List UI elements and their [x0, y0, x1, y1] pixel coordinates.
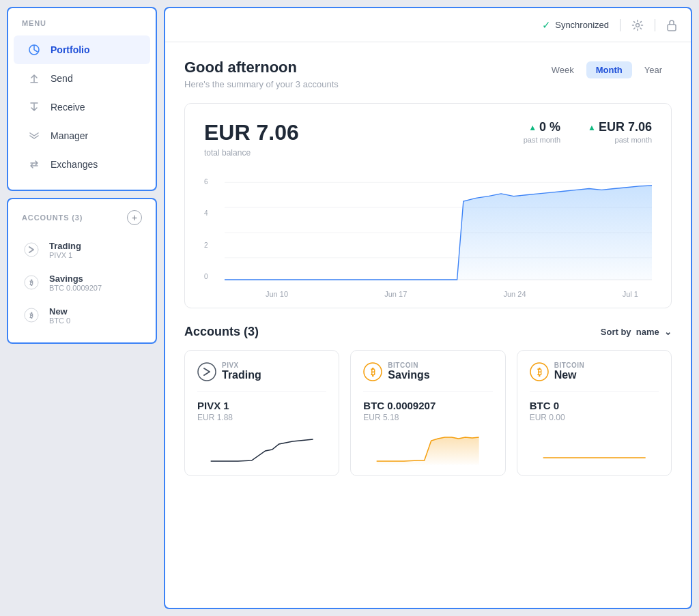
accounts-label: ACCOUNTS (3) [22, 214, 83, 222]
subtitle: Here's the summary of your 3 accounts [184, 79, 339, 89]
sync-status: ✓ Synchronized [542, 19, 609, 31]
menu-label: MENU [8, 19, 156, 35]
savings-eur: EUR 5.18 [363, 413, 492, 422]
menu-section: MENU Portfolio Send [7, 7, 157, 191]
pivx-icon [22, 240, 41, 259]
week-button[interactable]: Week [542, 61, 584, 78]
exchanges-label: Exchanges [51, 159, 98, 170]
sidebar-item-exchanges[interactable]: Exchanges [14, 150, 150, 179]
x-label-jul1: Jul 1 [623, 290, 638, 298]
new-chart [530, 430, 659, 465]
account-item-savings[interactable]: ₿ Savings BTC 0.0009207 [8, 266, 156, 299]
trading-info: Trading PIVX 1 [49, 241, 81, 259]
account-item-trading[interactable]: Trading PIVX 1 [8, 233, 156, 266]
x-label-jun24: Jun 24 [504, 290, 526, 298]
main-content: ✓ Synchronized Good afternoon Here's the… [164, 7, 692, 609]
accounts-title-row: Accounts (3) Sort by name ⌄ [184, 325, 672, 339]
divider-2 [655, 19, 655, 31]
account-cards-grid: PIVX Trading PIVX 1 EUR 1.88 [184, 350, 672, 476]
sort-by-text: Sort by [601, 327, 631, 337]
sidebar-item-send[interactable]: Send [14, 64, 150, 93]
lock-button[interactable] [666, 19, 677, 31]
sync-icon: ✓ [542, 19, 551, 31]
accounts-section: ACCOUNTS (3) + Trading PIVX 1 ₿ [7, 198, 157, 344]
svg-point-15 [198, 363, 216, 381]
percent-stat: ▲ 0 % past month [524, 120, 560, 144]
manager-icon [27, 129, 41, 143]
savings-coin-name: Savings [388, 369, 429, 381]
x-label-jun17: Jun 17 [384, 290, 407, 298]
savings-name: Savings [49, 274, 102, 284]
trading-coin-name: Trading [222, 369, 261, 381]
sync-label: Synchronized [555, 20, 609, 30]
eur-arrow: ▲ [588, 123, 596, 132]
new-divider [530, 391, 659, 392]
sidebar-item-portfolio[interactable]: Portfolio [14, 35, 150, 64]
savings-balance: BTC 0.0009207 [363, 400, 492, 411]
btc-new-icon: ₿ [22, 306, 41, 325]
sort-button[interactable]: Sort by name ⌄ [601, 327, 672, 337]
trading-card[interactable]: PIVX Trading PIVX 1 EUR 1.88 [184, 350, 339, 476]
greeting-area: Good afternoon Here's the summary of you… [184, 59, 339, 89]
greeting: Good afternoon [184, 59, 339, 76]
percent-number: 0 % [539, 120, 560, 134]
sort-value: name [636, 327, 659, 337]
savings-coin-icon: ₿ [363, 362, 382, 381]
settings-button[interactable] [631, 19, 644, 31]
eur-value: ▲ EUR 7.06 [588, 120, 652, 134]
new-coin-icon: ₿ [530, 362, 549, 381]
trading-coin-type: PIVX [222, 362, 261, 369]
new-info: New BTC 0 [49, 306, 70, 325]
new-eur: EUR 0.00 [530, 413, 659, 422]
receive-label: Receive [51, 102, 85, 113]
trading-chart [197, 430, 326, 465]
new-coin-info: BITCOIN New [554, 362, 585, 381]
new-coin-name: New [554, 369, 585, 381]
sidebar-item-receive[interactable]: Receive [14, 93, 150, 121]
sort-chevron: ⌄ [664, 327, 672, 337]
eur-stat: ▲ EUR 7.06 past month [588, 120, 652, 144]
exchanges-icon [27, 158, 41, 171]
year-button[interactable]: Year [635, 61, 672, 78]
portfolio-header: Good afternoon Here's the summary of you… [184, 59, 672, 89]
account-item-new[interactable]: ₿ New BTC 0 [8, 299, 156, 332]
savings-coin-info: BITCOIN Savings [388, 362, 429, 381]
trading-coin-info: PIVX Trading [222, 362, 261, 381]
savings-chart [363, 430, 492, 465]
portfolio-icon [27, 43, 41, 57]
new-name: New [49, 306, 70, 317]
savings-divider [363, 391, 492, 392]
y-label-0: 0 [204, 273, 221, 280]
trading-sub: PIVX 1 [49, 251, 81, 259]
savings-info: Savings BTC 0.0009207 [49, 274, 102, 292]
receive-icon [27, 100, 41, 114]
y-label-6: 6 [204, 178, 221, 186]
trading-eur: EUR 1.88 [197, 413, 326, 422]
btc-savings-icon: ₿ [22, 273, 41, 292]
new-balance: BTC 0 [530, 400, 659, 411]
svg-text:₿: ₿ [29, 279, 33, 287]
svg-point-3 [25, 243, 38, 256]
svg-text:₿: ₿ [371, 367, 375, 377]
trading-name: Trading [49, 241, 81, 251]
sidebar: MENU Portfolio Send [7, 7, 157, 609]
month-button[interactable]: Month [586, 61, 632, 78]
new-card[interactable]: ₿ BITCOIN New BTC 0 EUR 0.00 [517, 350, 672, 476]
savings-card-header: ₿ BITCOIN Savings [363, 362, 492, 381]
sidebar-item-manager[interactable]: Manager [14, 121, 150, 150]
svg-rect-9 [668, 25, 676, 31]
divider-1 [620, 19, 620, 31]
x-label-jun10: Jun 10 [266, 290, 288, 298]
savings-card[interactable]: ₿ BITCOIN Savings BTC 0.0009207 EUR 5.18 [350, 350, 505, 476]
new-coin-type: BITCOIN [554, 362, 585, 369]
accounts-cards-section: Accounts (3) Sort by name ⌄ [184, 325, 672, 476]
eur-label: past month [588, 136, 652, 144]
add-account-button[interactable]: + [127, 210, 142, 225]
percent-value: ▲ 0 % [524, 120, 560, 134]
y-label-4: 4 [204, 209, 221, 217]
svg-point-8 [636, 23, 640, 27]
new-card-header: ₿ BITCOIN New [530, 362, 659, 381]
eur-number: EUR 7.06 [599, 120, 652, 134]
balance-stats: ▲ 0 % past month ▲ EUR 7.06 past month [524, 120, 652, 144]
total-balance-label: total balance [204, 148, 299, 158]
